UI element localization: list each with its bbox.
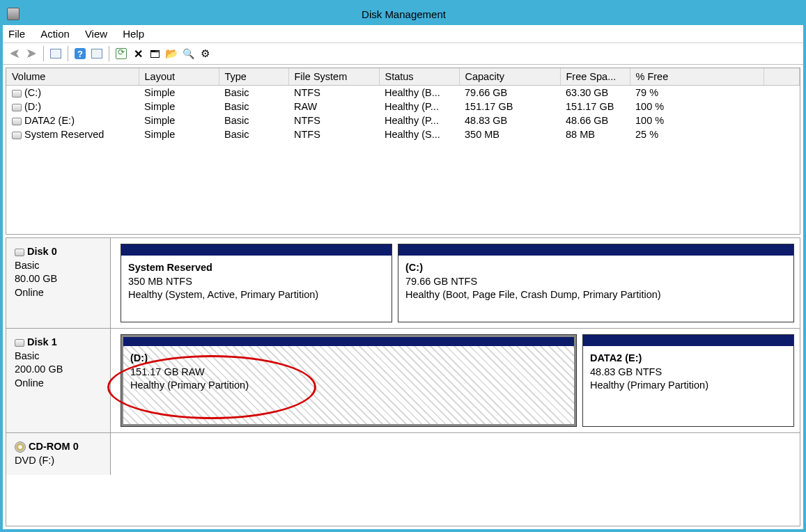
col-type[interactable]: Type (219, 68, 288, 86)
cdrom-icon (15, 441, 26, 453)
disk-row-cdrom: CD-ROM 0 DVD (F:) (6, 433, 800, 475)
titlebar: Disk Management (3, 3, 803, 25)
col-volume[interactable]: Volume (6, 68, 139, 86)
volume-list: Volume Layout Type File System Status Ca… (6, 68, 800, 235)
partition-data2-e[interactable]: DATA2 (E:) 48.83 GB NTFS Healthy (Primar… (582, 334, 794, 427)
rescan-icon[interactable]: 🔍 (180, 46, 196, 61)
open-folder-icon[interactable]: 📂 (164, 46, 179, 61)
toolbar: ⮜ ⮞ ? ✕ 🗔 📂 🔍 ⚙ (3, 43, 803, 65)
col-filesystem[interactable]: File System (288, 68, 379, 86)
disk-icon (15, 249, 24, 256)
col-pctfree[interactable]: % Free (630, 68, 764, 86)
disk-label[interactable]: Disk 1 Basic 200.00 GB Online (6, 329, 111, 432)
col-capacity[interactable]: Capacity (459, 68, 560, 86)
back-button[interactable]: ⮜ (7, 46, 22, 61)
partition-c[interactable]: (C:) 79.66 GB NTFS Healthy (Boot, Page F… (398, 244, 794, 322)
disk-row-0: Disk 0 Basic 80.00 GB Online System Rese… (6, 238, 800, 329)
drive-icon (12, 132, 22, 139)
menu-action[interactable]: Action (40, 28, 70, 40)
app-icon (7, 8, 20, 20)
properties-icon[interactable]: 🗔 (147, 46, 162, 61)
drive-icon (12, 90, 22, 97)
table-row[interactable]: (C:) Simple Basic NTFS Healthy (B... 79.… (6, 86, 800, 100)
disk-label[interactable]: CD-ROM 0 DVD (F:) (6, 433, 111, 475)
disk-icon (15, 339, 24, 347)
col-status[interactable]: Status (379, 68, 459, 86)
menu-view[interactable]: View (85, 28, 107, 40)
show-list-icon[interactable] (48, 46, 63, 61)
forward-button[interactable]: ⮞ (24, 46, 39, 61)
partition-system-reserved[interactable]: System Reserved 350 MB NTFS Healthy (Sys… (121, 244, 392, 322)
drive-icon (12, 118, 22, 125)
settings-icon[interactable]: ⚙ (197, 46, 212, 61)
window-title: Disk Management (25, 8, 803, 20)
delete-icon[interactable]: ✕ (130, 46, 146, 61)
refresh-icon[interactable] (114, 46, 129, 61)
table-row[interactable]: System Reserved Simple Basic NTFS Health… (6, 127, 800, 141)
menu-help[interactable]: Help (123, 28, 144, 40)
col-layout[interactable]: Layout (139, 68, 219, 86)
disk-row-1: Disk 1 Basic 200.00 GB Online (D:) 151.1… (6, 329, 800, 433)
help-icon[interactable]: ? (72, 46, 88, 61)
table-row[interactable]: DATA2 (E:) Simple Basic NTFS Healthy (P.… (6, 114, 800, 127)
disk-graphical-view: Disk 0 Basic 80.00 GB Online System Rese… (6, 237, 800, 526)
col-freespace[interactable]: Free Spa... (560, 68, 630, 86)
disk-label[interactable]: Disk 0 Basic 80.00 GB Online (6, 238, 111, 328)
partition-d-raw[interactable]: (D:) 151.17 GB RAW Healthy (Primary Part… (121, 334, 577, 427)
menubar: File Action View Help (3, 25, 803, 43)
drive-icon (12, 104, 22, 111)
table-header-row: Volume Layout Type File System Status Ca… (6, 68, 800, 86)
show-graphical-icon[interactable] (89, 46, 104, 61)
menu-file[interactable]: File (8, 28, 25, 40)
table-row[interactable]: (D:) Simple Basic RAW Healthy (P... 151.… (6, 100, 800, 114)
